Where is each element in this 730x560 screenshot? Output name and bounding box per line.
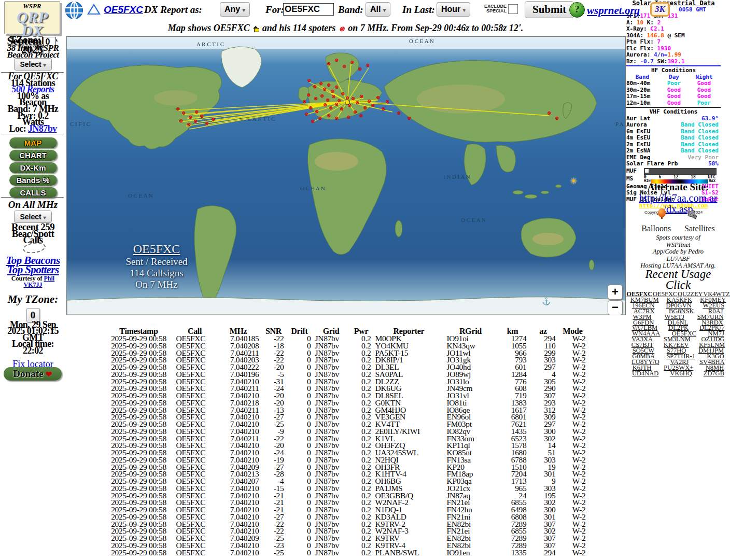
header-call-link[interactable]: OE5FXC (104, 4, 143, 16)
map-overlay-stats: OE5FXC Sent / Received 114 Callsigns On … (97, 242, 216, 290)
map-subtitle: Map shows OE5FXC and his 114 spoters ⊗ o… (66, 23, 625, 34)
report-as-dropdown[interactable]: Any ▾ (220, 2, 250, 17)
donate-button[interactable]: Donate ❤ (4, 367, 62, 381)
svg-text:⊗: ⊗ (359, 94, 363, 99)
nav-button-bands-[interactable]: Bands-% (9, 175, 57, 186)
exclude-special-label: EXCLUDESPECIAL (484, 4, 507, 13)
vhf-row: 2m EsNABand Closed (626, 148, 721, 155)
svg-text:⊗: ⊗ (315, 109, 319, 114)
nav-button-chart[interactable]: CHART (9, 150, 57, 161)
svg-text:P A: P A (615, 121, 624, 127)
svg-text:⊗: ⊗ (323, 102, 327, 107)
world-map[interactable]: A R C T I CO C E A NC I F I CA T L A N T… (66, 36, 626, 315)
svg-text:⊗: ⊗ (179, 118, 183, 123)
ms-ticks: 061218UTC (644, 175, 715, 179)
new-zealand (589, 260, 594, 270)
svg-text:⊗: ⊗ (334, 116, 339, 121)
zoom-out-button[interactable]: − (608, 300, 623, 315)
balloons-icon[interactable] (658, 208, 666, 219)
svg-text:⊗: ⊗ (313, 84, 317, 89)
wsprnet-link[interactable]: wsprnet.org (587, 4, 640, 17)
beacon-summary: For OE5FXC 114 Stations 500 Reports 100%… (0, 73, 66, 132)
zoom-in-button[interactable]: + (608, 285, 623, 300)
band-dropdown[interactable]: All ▾ (366, 2, 390, 17)
svg-text:⊗: ⊗ (319, 81, 323, 86)
left-sidebar: WSPR QRP DX September 2025 TZone: 0 38 I… (0, 0, 66, 560)
help-icon[interactable]: ? (569, 2, 585, 18)
nav-buttons: MAPCHARTDX-KmBands-%CALLS (0, 136, 66, 200)
top-links: Top Beacons Top Spotters (0, 256, 66, 274)
chevron-down-icon: ▾ (44, 215, 46, 220)
svg-text:⊗: ⊗ (334, 85, 339, 90)
overlay-callsign: OE5FXC (97, 242, 216, 256)
svg-text:⊗: ⊗ (304, 111, 308, 117)
top-spotters-link[interactable]: Top Spotters (7, 263, 59, 276)
svg-text:⊗: ⊗ (334, 58, 339, 63)
table-row: 2025-09-29 00:58OE5FXC7.040210-250JN87bv… (104, 549, 588, 556)
locator-link[interactable]: JN87bv (28, 123, 57, 134)
spots-table: TimestampCallMHzSNRDriftGridPwrReporterR… (66, 327, 625, 556)
exclude-special-checkbox[interactable] (508, 4, 518, 14)
svg-text:O C E A N: O C E A N (300, 185, 325, 191)
spotter-dot-icon: ⊗ (339, 25, 345, 33)
nav-button-calls[interactable]: CALLS (9, 187, 57, 198)
svg-text:C I F I C: C I F I C (70, 121, 90, 127)
chevron-down-icon: ▾ (463, 7, 466, 13)
svg-text:⊗: ⊗ (371, 103, 375, 108)
svg-text:⊗: ⊗ (311, 119, 315, 124)
svg-text:⊗: ⊗ (342, 64, 346, 69)
vk7jj-link[interactable]: VK7JJ (24, 281, 43, 288)
select-button[interactable]: Select ▾ (14, 58, 51, 71)
svg-text:⊗: ⊗ (176, 106, 180, 111)
hf-row: 17m-15mGoodGood (626, 93, 721, 100)
svg-text:⊗: ⊗ (340, 106, 344, 111)
vhf-row: 4m EsEUBand Closed (626, 135, 721, 142)
phil-link[interactable]: Phil (44, 275, 54, 282)
svg-text:⊗: ⊗ (346, 115, 350, 120)
band-label: Band: (338, 4, 363, 16)
svg-text:A R C T I C: A R C T I C (196, 41, 224, 47)
satellites-icon[interactable] (686, 208, 698, 222)
arctic-ice (67, 37, 625, 49)
on-all-mhz-label: On All MHz (0, 199, 66, 211)
for-callsign-input[interactable] (283, 3, 334, 16)
svg-text:⊗: ⊗ (205, 121, 209, 126)
svg-text:⊗: ⊗ (188, 115, 192, 120)
my-tzone: My TZone: 0 (0, 293, 66, 323)
balloons-label: Balloons (641, 224, 671, 233)
svg-text:⊗: ⊗ (320, 93, 324, 99)
nav-button-map[interactable]: MAP (9, 137, 57, 148)
svg-text:⊗: ⊗ (547, 110, 551, 116)
usage-callsign-link[interactable]: VK6HQ (670, 371, 692, 376)
svg-text:⊗: ⊗ (407, 116, 411, 121)
usage-callsign-link[interactable]: UD4NAD (632, 371, 658, 376)
svg-text:O C E A N: O C E A N (409, 38, 434, 44)
triangle-icon[interactable] (87, 3, 101, 18)
select-dropdown-top: Select ▾ (0, 58, 66, 71)
chevron-down-icon: ▾ (383, 7, 386, 13)
svg-text:⊗: ⊗ (341, 91, 345, 96)
svg-text:⊗: ⊗ (193, 119, 198, 124)
chevron-down-icon: ▾ (243, 7, 245, 13)
vhf-row: AuroraBand Closed (626, 122, 721, 129)
svg-text:⊗: ⊗ (397, 110, 401, 116)
in-last-label: In Last: (402, 4, 435, 16)
sun-icon: ☀ (570, 176, 578, 187)
submit-button[interactable]: Submit (525, 1, 574, 18)
in-last-dropdown[interactable]: Hour ▾ (437, 2, 470, 17)
svg-text:⊗: ⊗ (181, 110, 186, 116)
island (513, 190, 523, 194)
hf-conditions: HF Conditions Band Day Night 80m-40mPoor… (626, 67, 721, 108)
svg-text:⊗: ⊗ (200, 114, 204, 119)
heart-icon: ❤ (46, 370, 52, 379)
svg-text:⊗: ⊗ (359, 113, 363, 118)
spots-table-body: 2025-09-29 00:58OE5FXC7.040185-220JN87bv… (104, 335, 588, 556)
svg-text:⊗: ⊗ (308, 105, 313, 110)
nav-button-dx-km[interactable]: DX-Km (9, 162, 57, 173)
svg-text:⊗: ⊗ (187, 122, 191, 127)
svg-text:⊗: ⊗ (350, 60, 354, 65)
usage-callsign-link[interactable]: ZD7GB (704, 371, 724, 376)
count-badge-3k[interactable]: 3K (650, 2, 670, 17)
beacon-house-icon (253, 26, 259, 31)
svg-text:⊗: ⊗ (363, 105, 367, 110)
